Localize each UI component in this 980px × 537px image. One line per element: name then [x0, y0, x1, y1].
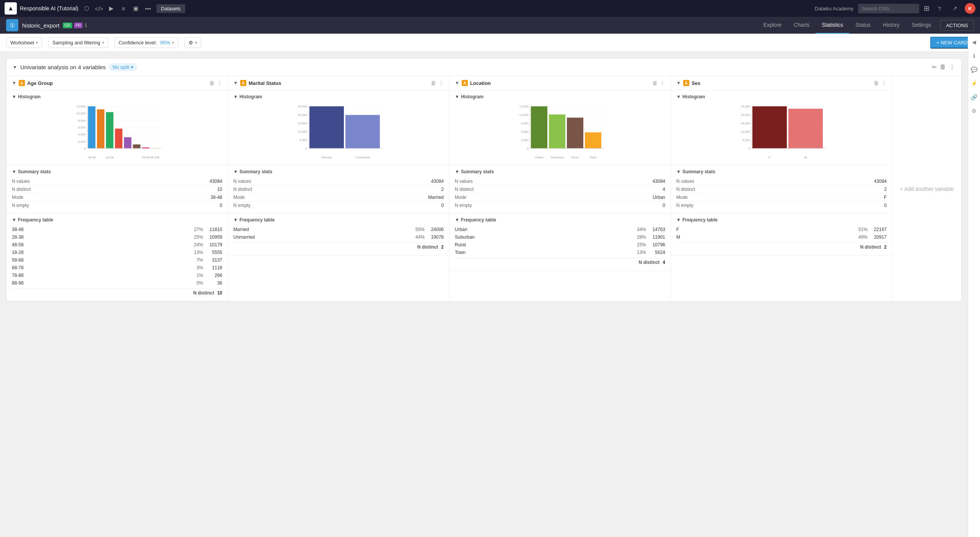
card-more-icon[interactable]: ⋮	[949, 63, 955, 71]
stats-nvalues-2: N values 43084	[455, 177, 665, 186]
worksheet-chevron: ▾	[36, 41, 38, 45]
split-badge[interactable]: No split ▾	[109, 63, 137, 71]
tab-charts[interactable]: Charts	[788, 17, 816, 34]
freq-ndistinct-0: N distinct 10	[12, 288, 222, 297]
card-title: Univariate analysis on 4 variables	[20, 64, 106, 70]
dataiku-academy-link[interactable]: Dataiku Academy	[815, 6, 853, 11]
summary-stats-title-0[interactable]: ▼ Summary stats	[12, 169, 222, 174]
deploy-icon[interactable]: ≡	[118, 3, 129, 14]
svg-text:15,000: 15,000	[519, 105, 529, 108]
search-input[interactable]	[858, 4, 919, 13]
svg-text:98-108: 98-108	[150, 156, 160, 159]
svg-text:Suburban: Suburban	[550, 156, 564, 159]
sidebar-activity-icon[interactable]: ⚡	[969, 78, 980, 89]
confidence-value: 95%	[160, 40, 170, 46]
var-collapse-icon-3[interactable]: ▼	[676, 80, 681, 86]
settings-gear-button[interactable]: ⚙ ▾	[184, 37, 201, 48]
freq-title-3[interactable]: ▼ Frequency table	[676, 217, 887, 223]
sampling-label: Sampling and filtering	[52, 40, 100, 46]
var-delete-icon-0[interactable]: 🗑	[209, 80, 215, 86]
freq-row-0-4: 58-68 7% 3137	[12, 256, 222, 264]
freq-row-2-2: Rural 25% 10796	[455, 241, 665, 249]
top-bar-icons: ⬡ </> ▶ ≡ ▣ •••	[81, 3, 153, 14]
top-bar: ▲ Responsible AI (Tutorial) ⬡ </> ▶ ≡ ▣ …	[0, 0, 980, 17]
bar-1-0	[309, 106, 344, 148]
help-icon[interactable]: ?	[934, 3, 945, 14]
tab-explore[interactable]: Explore	[757, 17, 788, 34]
summary-stats-title-3[interactable]: ▼ Summary stats	[676, 169, 887, 174]
secondary-nav: ① historic_export GR PR ℹ Explore Charts…	[0, 17, 980, 34]
svg-text:20,000: 20,000	[298, 113, 308, 117]
card-edit-icon[interactable]: ✏	[932, 63, 937, 71]
card-delete-icon[interactable]: 🗑	[940, 63, 946, 71]
var-more-icon-0[interactable]: ⋮	[217, 80, 222, 86]
var-collapse-icon-1[interactable]: ▼	[233, 80, 238, 86]
var-type-icon-1: A	[240, 80, 246, 86]
confidence-button[interactable]: Confidence level: 95% ▾	[114, 37, 178, 48]
histogram-title-3[interactable]: ▼ Histogram	[676, 94, 887, 99]
freq-ndistinct-3: N distinct 2	[676, 242, 887, 251]
grid-icon[interactable]: ⊞	[924, 4, 930, 13]
worksheet-button[interactable]: Worksheet ▾	[6, 37, 42, 48]
trending-icon[interactable]: ↗	[949, 3, 960, 14]
var-collapse-icon-2[interactable]: ▼	[455, 80, 459, 86]
svg-text:Unmarried: Unmarried	[355, 156, 370, 159]
histogram-section-2: ▼ Histogram15,00012,0009,0006,0003,0000U…	[449, 90, 671, 165]
histogram-title-1[interactable]: ▼ Histogram	[233, 94, 444, 99]
freq-title-2[interactable]: ▼ Frequency table	[455, 217, 665, 223]
bar-0-4	[124, 137, 132, 148]
var-delete-icon-1[interactable]: 🗑	[431, 80, 436, 86]
user-avatar[interactable]: K	[965, 3, 975, 14]
freq-title-0[interactable]: ▼ Frequency table	[12, 217, 222, 223]
nav-tabs: Explore Charts Statistics Status History…	[757, 17, 974, 34]
bar-2-1	[549, 114, 565, 148]
sidebar-info-icon[interactable]: ℹ	[969, 50, 980, 61]
add-variable-button[interactable]: + Add another variable	[900, 76, 954, 301]
bar-1-1	[345, 115, 380, 148]
var-collapse-icon-0[interactable]: ▼	[12, 80, 16, 86]
sidebar-expand-icon[interactable]: ◀	[969, 37, 980, 47]
var-more-icon-1[interactable]: ⋮	[438, 80, 444, 86]
var-more-icon-2[interactable]: ⋮	[660, 80, 665, 86]
freq-title-1[interactable]: ▼ Frequency table	[233, 217, 444, 223]
tab-history[interactable]: History	[877, 17, 906, 34]
more-icon[interactable]: •••	[143, 3, 153, 14]
freq-ndistinct-1: N distinct 2	[233, 242, 444, 251]
code-icon[interactable]: </>	[94, 3, 104, 14]
var-delete-icon-3[interactable]: 🗑	[874, 80, 879, 86]
new-card-button[interactable]: + NEW CARD	[930, 37, 974, 49]
sidebar-settings-icon[interactable]: ⚙	[969, 106, 980, 116]
sampling-button[interactable]: Sampling and filtering ▾	[48, 37, 108, 48]
var-more-icon-3[interactable]: ⋮	[881, 80, 887, 86]
card-collapse-icon[interactable]: ▼	[13, 65, 17, 70]
svg-text:10,000: 10,000	[741, 130, 750, 133]
tab-settings[interactable]: Settings	[906, 17, 938, 34]
var-name-1: Marital Status	[249, 80, 428, 86]
datasets-tab[interactable]: Datasets	[156, 4, 185, 13]
tab-status[interactable]: Status	[849, 17, 877, 34]
info-icon[interactable]: ℹ	[85, 22, 87, 28]
notebook-icon[interactable]: ▣	[130, 3, 141, 14]
add-variable-column[interactable]: + Add another variable	[892, 76, 961, 301]
histogram-title-0[interactable]: ▼ Histogram	[12, 94, 222, 99]
gear-chevron: ▾	[195, 41, 197, 45]
run-icon[interactable]: ▶	[106, 3, 117, 14]
summary-stats-title-1[interactable]: ▼ Summary stats	[233, 169, 444, 174]
actions-button[interactable]: ACTIONS	[940, 20, 974, 31]
stats-mode-2: Mode Urban	[455, 194, 665, 202]
var-delete-icon-2[interactable]: 🗑	[652, 80, 658, 86]
var-card-header-2: ▼ A Location 🗑 ⋮	[449, 76, 671, 90]
sidebar-link-icon[interactable]: 🔗	[969, 92, 980, 103]
svg-text:6,000: 6,000	[78, 126, 86, 129]
summary-stats-title-2[interactable]: ▼ Summary stats	[455, 169, 665, 174]
freq-ndistinct-2: N distinct 4	[455, 258, 665, 267]
flow-icon[interactable]: ⬡	[81, 3, 92, 14]
freq-row-2-0: Urban 34% 14763	[455, 226, 665, 233]
sidebar-comment-icon[interactable]: 💬	[969, 64, 980, 75]
freq-row-2-3: Town 13% 5624	[455, 249, 665, 256]
tab-statistics[interactable]: Statistics	[816, 17, 849, 34]
histogram-section-0: ▼ Histogram12,00010,0008,0006,0004,0002,…	[7, 90, 228, 165]
svg-text:Rural: Rural	[571, 156, 579, 159]
histogram-title-2[interactable]: ▼ Histogram	[455, 94, 665, 99]
svg-text:5,000: 5,000	[742, 138, 750, 142]
